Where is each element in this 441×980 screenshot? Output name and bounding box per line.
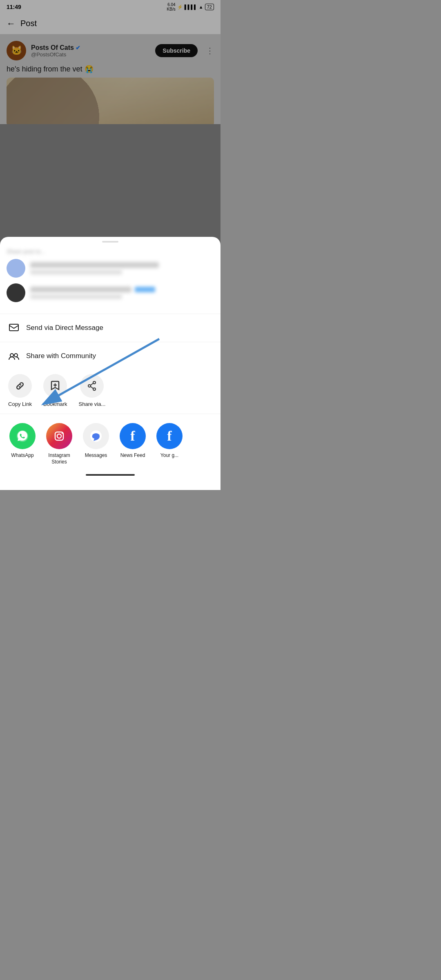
whatsapp-label: WhatsApp: [11, 452, 33, 459]
svg-point-7: [93, 388, 96, 390]
messages-app[interactable]: Messages: [82, 423, 110, 465]
divider-1: [0, 314, 220, 314]
home-indicator: [86, 474, 135, 476]
quick-actions: Copy Link Bookmark: [0, 368, 220, 410]
external-apps: WhatsApp InstagramStories Messages: [0, 416, 220, 469]
copy-link-circle: [8, 374, 32, 398]
bookmark-action[interactable]: Bookmark: [43, 374, 67, 407]
contact-info-2: [30, 287, 214, 299]
share-community-label: Share with Community: [26, 352, 96, 360]
divider-3: [0, 414, 220, 414]
share-via-action[interactable]: Share via...: [79, 374, 106, 407]
svg-point-12: [57, 434, 61, 438]
svg-point-1: [10, 354, 13, 357]
contact-name-blur-2: [30, 287, 131, 292]
messages-label: Messages: [85, 452, 107, 459]
contact-sub-blur-2: [30, 294, 122, 299]
news-feed-icon: f: [120, 423, 146, 449]
whatsapp-app[interactable]: WhatsApp: [8, 423, 37, 465]
contact-sub-blur-1: [30, 270, 122, 274]
svg-point-13: [62, 433, 63, 434]
copy-link-label: Copy Link: [8, 401, 32, 407]
bookmark-label: Bookmark: [43, 401, 67, 407]
whatsapp-icon: [9, 423, 36, 449]
svg-point-2: [14, 354, 18, 357]
contact-avatar-1: [7, 259, 25, 278]
bookmark-circle: [43, 374, 67, 398]
drag-handle: [102, 241, 118, 243]
divider-2: [0, 342, 220, 342]
svg-point-6: [88, 385, 91, 387]
instagram-stories-label: InstagramStories: [48, 452, 70, 465]
contacts-title: Share post to...: [7, 248, 214, 255]
contact-item-2[interactable]: [7, 283, 214, 302]
copy-link-action[interactable]: Copy Link: [8, 374, 32, 407]
your-groups-app[interactable]: f Your g...: [155, 423, 184, 465]
news-feed-app[interactable]: f News Feed: [118, 423, 147, 465]
your-groups-icon: f: [156, 423, 183, 449]
your-groups-label: Your g...: [160, 452, 178, 459]
share-via-label: Share via...: [79, 401, 106, 407]
svg-rect-0: [9, 324, 18, 331]
send-direct-label: Send via Direct Message: [26, 324, 103, 332]
share-via-circle: [80, 374, 104, 398]
instagram-stories-app[interactable]: InstagramStories: [45, 423, 74, 465]
svg-line-8: [91, 383, 93, 385]
news-feed-label: News Feed: [120, 452, 145, 459]
contacts-area: Share post to...: [0, 248, 220, 312]
send-direct-message-row[interactable]: Send via Direct Message: [0, 316, 220, 340]
svg-line-9: [91, 387, 93, 389]
bottom-sheet: Share post to...: [0, 237, 220, 490]
community-icon: [8, 350, 20, 362]
svg-point-5: [93, 381, 96, 384]
contact-avatar-2: [7, 283, 25, 302]
share-community-row[interactable]: Share with Community: [0, 344, 220, 368]
contact-item-1[interactable]: [7, 259, 214, 278]
messages-icon: [83, 423, 109, 449]
contact-info-1: [30, 262, 214, 274]
contact-tag: [135, 287, 155, 292]
instagram-icon: [46, 423, 72, 449]
contact-name-blur-1: [30, 262, 159, 268]
message-icon: [8, 322, 20, 334]
